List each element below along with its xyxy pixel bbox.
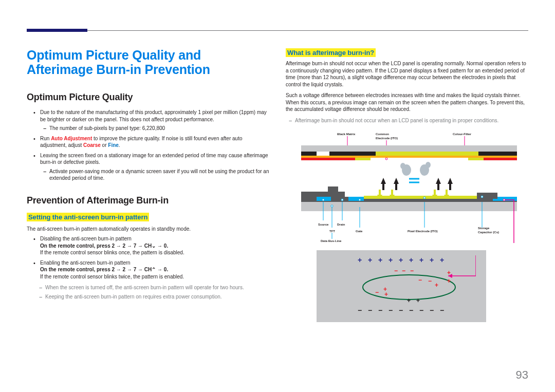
pattern-disable: Disabling the anti-screen burn-in patter… [27,235,269,256]
page: Optimum Picture Quality and Afterimage B… [0,0,555,392]
svg-point-19 [400,163,405,169]
svg-rect-14 [484,158,517,160]
burnin-notes: Afterimage burn-in should not occur when… [286,117,528,124]
pattern-disable-cmd: On the remote control, press 2 → 2 → 7 →… [40,243,168,249]
opq-item-1: Due to the nature of the manufacturing o… [27,109,269,132]
burnin-para-2: Such a voltage difference between electr… [286,92,528,113]
svg-rect-13 [355,158,371,160]
svg-rect-7 [301,152,317,156]
svg-text:+: + [378,256,382,264]
heading-opq: Optimum Picture Quality [27,92,269,103]
pattern-disable-title: Disabling the anti-screen burn-in patter… [40,236,132,241]
label-common-electrode-2: Electrode (ITO) [376,137,398,140]
svg-rect-15 [468,158,484,160]
page-title: Optimum Picture Quality and Afterimage B… [27,48,269,77]
opq-item-3: Leaving the screen fixed on a stationary… [27,152,269,182]
svg-text:+: + [435,282,438,289]
svg-text:−: − [409,306,413,314]
opq-item-3-sub: Activate power-saving mode or a dynamic … [40,168,269,182]
svg-rect-10 [376,152,478,156]
pattern-enable-title: Enabling the anti-screen burn-in pattern [40,260,131,266]
svg-text:+: + [368,256,372,264]
opq-item-2-fine: Fine [108,142,119,148]
heading-prevention: Prevention of Afterimage Burn-in [27,195,269,206]
svg-rect-9 [478,152,517,156]
header-accent [27,29,87,32]
label-black-matrix: Black Matrix [337,133,356,136]
label-tft: TFT [329,230,335,233]
svg-text:−: − [358,306,362,314]
svg-text:+: + [419,256,423,264]
right-column: What is afterimage burn-in? Afterimage b… [286,48,528,361]
opq-item-3-sub-1: Activate power-saving mode or a dynamic … [40,168,269,182]
pattern-disable-result: If the remote control sensor blinks once… [40,250,184,255]
svg-point-43 [481,196,483,198]
pattern-note-2: Keeping the anti-screen burn-in pattern … [36,293,269,301]
pattern-note-1: When the screen is turned off, the anti-… [36,284,269,291]
pattern-intro: The anti-screen burn-in pattern automati… [27,226,269,233]
label-pixel-electrode: Pixel Electrode (ITO) [408,230,438,233]
columns: Optimum Picture Quality and Afterimage B… [27,48,528,361]
svg-text:−: − [419,306,423,314]
svg-text:−: − [428,277,432,285]
svg-rect-12 [301,158,355,160]
svg-rect-30 [301,202,517,211]
svg-point-41 [423,197,425,199]
svg-rect-24 [328,186,338,192]
svg-rect-26 [348,197,364,201]
svg-text:−: − [394,267,398,274]
svg-text:−: − [368,306,372,314]
diagram2-svg: +++ +++ +++ − + + − − − − [327,255,476,317]
svg-text:+: + [440,256,444,264]
label-data-busline: Data Bus-Line [321,239,342,242]
svg-text:−: − [430,306,434,314]
svg-text:−: − [375,289,379,296]
svg-point-44 [503,199,505,201]
opq-item-2-coarse: Coarse [83,142,101,148]
svg-rect-6 [301,145,517,152]
svg-point-36 [331,205,333,207]
header-divider [27,30,528,31]
opq-item-2-pre: Run [40,136,51,141]
pattern-enable-cmd: On the remote control, press 2 → 2 → 7 →… [40,267,168,272]
label-drain: Drain [337,223,345,226]
burnin-para-1: Afterimage burn-in should not occur when… [286,60,528,88]
svg-rect-28 [364,196,477,199]
svg-text:+: + [409,256,413,264]
opq-item-1-sub: The number of sub-pixels by panel type: … [40,125,269,132]
label-storage-cap-1: Storage [478,227,490,230]
opq-item-3-text: Leaving the screen fixed on a stationary… [40,153,268,165]
opq-item-2-autoadj: Auto Adjustment [51,136,92,141]
svg-point-39 [359,199,361,201]
svg-rect-8 [329,152,376,156]
svg-text:+: + [416,297,420,304]
svg-text:+: + [407,297,411,304]
svg-text:+: + [358,256,362,264]
svg-text:+: + [447,277,451,285]
svg-text:−: − [410,267,414,274]
label-storage-cap-2: Capacitor (Cs) [478,231,499,234]
svg-text:−: − [402,267,405,274]
svg-text:−: − [418,276,422,284]
svg-text:+: + [430,256,434,264]
opq-item-2-end: . [119,142,120,148]
svg-rect-23 [301,192,345,197]
svg-text:−: − [388,306,393,314]
svg-point-32 [322,199,324,201]
opq-item-2: Run Auto Adjustment to improve the pictu… [27,135,269,149]
pattern-enable: Enabling the anti-screen burn-in pattern… [27,259,269,281]
svg-point-34 [341,199,343,201]
svg-text:−: − [440,306,444,314]
pattern-enable-result: If the remote control sensor blinks twic… [40,274,184,279]
diagram-crystal-alignment: +++ +++ +++ − + + − − − − [317,250,486,322]
heading-what-is-burnin: What is afterimage burn-in? [286,48,376,57]
svg-point-21 [425,162,431,168]
svg-text:+: + [447,269,451,276]
diagram1-svg: Black Matrix Common Electrode (ITO) Colo… [301,130,517,243]
diagram-lcd-crosssection: Black Matrix Common Electrode (ITO) Colo… [301,130,517,243]
pattern-list: Disabling the anti-screen burn-in patter… [27,235,269,280]
svg-text:+: + [399,256,403,264]
label-colour-filter: Colour-Filter [453,133,472,136]
svg-point-3 [385,158,387,160]
label-gate: Gate [356,230,363,233]
